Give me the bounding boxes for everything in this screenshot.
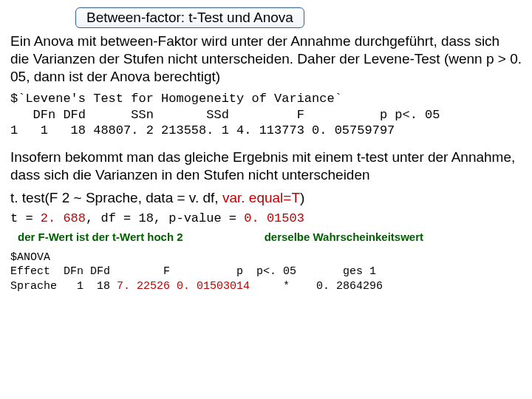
levene-row: 1 1 18 48807. 2 213558. 1 4. 113773 0. 0… [10,123,395,137]
anova-l3-pre: Sprache 1 18 [10,280,117,293]
note-right: derselbe Wahrscheinkeitswert [265,231,423,243]
ttest-t: 2. 688 [41,211,86,225]
ttest-mid: , df = 18, p-value = [86,211,244,225]
notes-row: der F-Wert ist der t-Wert hoch 2 derselb… [10,231,522,243]
levene-title: $`Levene's Test for Homogeneity of Varia… [10,92,342,106]
mid-paragraph: Insofern bekommt man das gleiche Ergebni… [10,149,522,184]
levene-header: DFn DFd SSn SSd F p p<. 05 [10,108,440,122]
ttest-pre: t = [10,211,41,225]
ttest-call-pre: t. test(F 2 ~ Sprache, data = v. df, [10,190,222,205]
anova-l3-post: * 0. 2864296 [250,280,383,293]
anova-output: $ANOVA Effect DFn DFd F p p<. 05 ges 1 S… [10,250,522,294]
anova-l2: Effect DFn DFd F p p<. 05 ges 1 [10,265,376,278]
anova-p: 0. 01503014 [177,280,250,293]
ttest-call: t. test(F 2 ~ Sprache, data = v. df, var… [10,190,522,206]
title-text: Between-factor: t-Test und Anova [86,10,293,25]
levene-output: $`Levene's Test for Homogeneity of Varia… [10,91,522,138]
anova-l1: $ANOVA [10,251,50,264]
note-left: der F-Wert ist der t-Wert hoch 2 [18,231,183,243]
ttest-result: t = 2. 688, df = 18, p-value = 0. 01503 [10,211,522,226]
ttest-p: 0. 01503 [244,211,304,225]
anova-F: 7. 22526 [117,280,170,293]
intro-paragraph: Ein Anova mit between-Faktor wird unter … [10,33,522,85]
ttest-call-varequal: var. equal=T [222,190,300,205]
anova-l3-mid [170,280,177,293]
title-box: Between-factor: t-Test und Anova [75,7,304,28]
ttest-call-post: ) [300,190,304,205]
